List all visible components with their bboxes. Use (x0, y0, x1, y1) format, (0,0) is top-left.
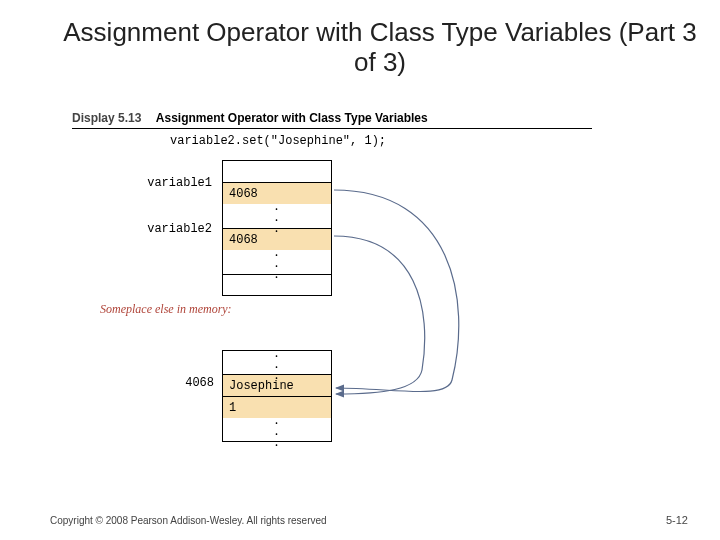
memory-upper: 4068 ··· 4068 ··· (222, 160, 332, 296)
footer-page: 5-12 (666, 514, 688, 526)
someplace-label: Someplace else in memory: (100, 302, 232, 317)
gap-dots: ··· (222, 204, 332, 228)
code-statement: variable2.set("Josephine", 1); (170, 134, 386, 148)
gap-dots: ··· (222, 418, 332, 442)
label-variable1: variable1 (132, 176, 212, 190)
label-address: 4068 (164, 376, 214, 390)
cell-object-num: 1 (222, 396, 332, 418)
page-title: Assignment Operator with Class Type Vari… (50, 18, 710, 78)
gap-dots: ··· (222, 250, 332, 274)
display-title: Assignment Operator with Class Type Vari… (156, 111, 428, 125)
display-number: Display 5.13 (72, 111, 141, 125)
memory-diagram: variable1 variable2 4068 ··· 4068 ··· 40… (72, 160, 632, 480)
label-variable2: variable2 (132, 222, 212, 236)
gap-dots: ··· (222, 350, 332, 374)
slide: Assignment Operator with Class Type Vari… (0, 0, 720, 540)
display-heading: Display 5.13 Assignment Operator with Cl… (72, 108, 592, 129)
memory-lower: ··· Josephine 1 ··· (222, 350, 332, 442)
cell-object-name: Josephine (222, 374, 332, 396)
cell-blank (222, 160, 332, 182)
footer-copyright: Copyright © 2008 Pearson Addison-Wesley.… (50, 515, 327, 526)
cell-var1-value: 4068 (222, 182, 332, 204)
